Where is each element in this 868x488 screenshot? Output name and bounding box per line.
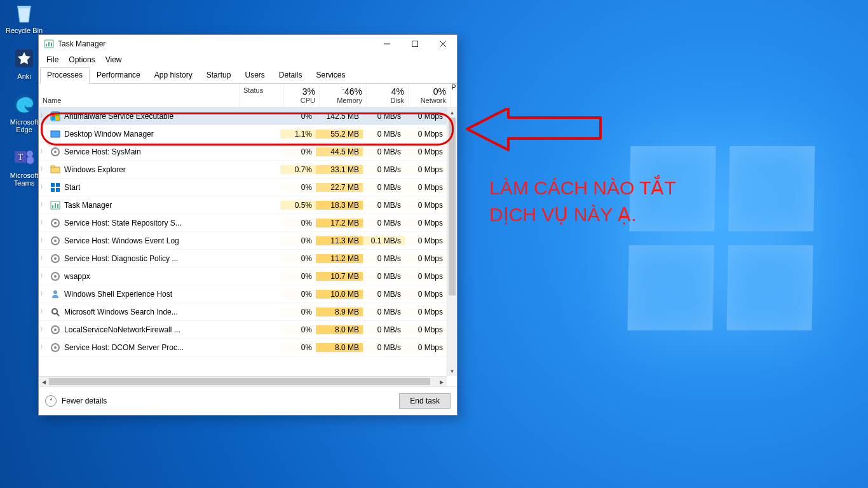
svg-point-21	[54, 151, 57, 153]
process-row[interactable]: 〉Service Host: Windows Event Log0%11.3 M…	[39, 232, 447, 250]
desktop-icon-label: Microsoft Edge	[10, 118, 39, 133]
menubar: File Options View	[39, 53, 457, 67]
column-header-memory[interactable]: ⌄46%Memory	[320, 84, 367, 107]
process-icon	[50, 289, 60, 299]
expand-chevron-icon[interactable]: 〉	[39, 112, 46, 120]
svg-rect-18	[55, 116, 59, 120]
svg-point-40	[53, 290, 57, 294]
process-name-cell: Service Host: DCOM Server Proc...	[46, 342, 236, 353]
tab-users[interactable]: Users	[238, 67, 271, 84]
vertical-scrollbar[interactable]: ▲ ▼	[447, 107, 457, 376]
process-network: 0 Mbps	[405, 112, 447, 121]
svg-text:T: T	[18, 152, 24, 162]
tab-details[interactable]: Details	[272, 67, 309, 84]
process-disk: 0 MB/s	[363, 343, 405, 352]
expand-chevron-icon[interactable]: 〉	[39, 272, 46, 280]
menu-options[interactable]: Options	[64, 54, 100, 65]
expand-chevron-icon[interactable]: 〉	[39, 219, 46, 227]
expand-chevron-icon[interactable]: 〉	[39, 147, 46, 156]
process-rows: 〉Antimalware Service Executable0%142.5 M…	[39, 107, 457, 376]
tab-app-history[interactable]: App history	[147, 67, 200, 84]
process-name-cell: Service Host: Diagnostic Policy ...	[46, 254, 236, 264]
expand-chevron-icon[interactable]: 〉	[39, 201, 46, 209]
process-disk: 0 MB/s	[363, 112, 405, 121]
process-icon	[50, 325, 60, 335]
tab-processes[interactable]: Processes	[40, 67, 90, 84]
task-manager-window: Task Manager File Options View Processes…	[38, 34, 458, 416]
process-row[interactable]: 〉Windows Explorer0.7%33.1 MB0 MB/s0 Mbps	[39, 161, 447, 179]
process-row[interactable]: 〉Service Host: State Repository S...0%17…	[39, 214, 447, 232]
process-name: wsappx	[64, 272, 90, 281]
minimize-button[interactable]	[373, 35, 401, 53]
process-cpu: 1.1%	[280, 130, 316, 139]
close-button[interactable]	[429, 35, 457, 53]
end-task-button[interactable]: End task	[399, 393, 451, 409]
process-cpu: 0.5%	[280, 201, 316, 210]
scroll-right-icon[interactable]: ▶	[437, 377, 447, 387]
expand-chevron-icon[interactable]: 〉	[39, 130, 46, 138]
column-header-network[interactable]: 0%Network	[409, 84, 451, 107]
hscrollbar-thumb[interactable]	[49, 378, 430, 385]
svg-rect-24	[51, 183, 55, 187]
process-icon	[50, 129, 60, 139]
process-name: Windows Explorer	[64, 165, 126, 174]
desktop-icon-recycle-bin[interactable]: Recycle Bin	[4, 0, 44, 34]
svg-rect-31	[57, 204, 58, 208]
process-name-cell: LocalServiceNoNetworkFirewall ...	[46, 325, 236, 335]
expand-chevron-icon[interactable]: 〉	[39, 325, 46, 334]
process-cpu: 0%	[280, 343, 316, 352]
expand-chevron-icon[interactable]: 〉	[39, 183, 46, 191]
maximize-button[interactable]	[401, 35, 429, 53]
column-header-name[interactable]: Name	[39, 84, 240, 107]
svg-rect-27	[56, 188, 60, 192]
process-memory: 17.2 MB	[316, 219, 363, 227]
expand-chevron-icon[interactable]: 〉	[39, 254, 46, 262]
fewer-details-button[interactable]: ˄ Fewer details	[45, 395, 107, 407]
expand-chevron-icon[interactable]: 〉	[39, 290, 46, 298]
svg-point-39	[54, 275, 57, 278]
process-row[interactable]: 〉Microsoft Windows Search Inde...0%8.9 M…	[39, 303, 447, 321]
scroll-up-icon[interactable]: ▲	[447, 107, 457, 118]
process-row[interactable]: 〉Service Host: SysMain0%44.5 MB0 MB/s0 M…	[39, 143, 447, 161]
tab-services[interactable]: Services	[309, 67, 353, 84]
process-row[interactable]: 〉wsappx0%10.7 MB0 MB/s0 Mbps	[39, 268, 447, 285]
process-row[interactable]: 〉Desktop Window Manager1.1%55.2 MB0 MB/s…	[39, 125, 447, 143]
expand-chevron-icon[interactable]: 〉	[39, 343, 46, 351]
process-row[interactable]: 〉Task Manager0.5%18.3 MB0 MB/s0 Mbps	[39, 196, 447, 214]
scrollbar-thumb[interactable]	[449, 118, 456, 295]
process-network: 0 Mbps	[405, 130, 447, 139]
expand-chevron-icon[interactable]: 〉	[39, 236, 46, 245]
column-header-cpu[interactable]: 3%CPU	[284, 84, 320, 107]
process-network: 0 Mbps	[405, 236, 447, 245]
column-header-disk[interactable]: 4%Disk	[367, 84, 409, 107]
expand-chevron-icon[interactable]: 〉	[39, 308, 46, 316]
tab-startup[interactable]: Startup	[200, 67, 238, 84]
scroll-left-icon[interactable]: ◀	[39, 377, 49, 387]
column-header-p[interactable]: P	[451, 84, 457, 107]
process-row[interactable]: 〉Service Host: DCOM Server Proc...0%8.0 …	[39, 339, 447, 356]
tabs: Processes Performance App history Startu…	[39, 67, 457, 84]
scroll-down-icon[interactable]: ▼	[447, 366, 457, 376]
horizontal-scrollbar[interactable]: ◀ ▶	[39, 376, 447, 386]
process-icon	[50, 342, 60, 353]
process-memory: 55.2 MB	[316, 130, 363, 139]
process-row[interactable]: 〉Antimalware Service Executable0%142.5 M…	[39, 107, 447, 125]
column-header-status[interactable]: Status	[240, 84, 284, 107]
process-network: 0 Mbps	[405, 272, 447, 281]
process-disk: 0 MB/s	[363, 183, 405, 192]
process-row[interactable]: 〉LocalServiceNoNetworkFirewall ...0%8.0 …	[39, 321, 447, 339]
svg-point-35	[54, 240, 57, 242]
svg-rect-17	[51, 116, 55, 120]
process-row[interactable]: 〉Start0%22.7 MB0 MB/s0 Mbps	[39, 179, 447, 196]
titlebar[interactable]: Task Manager	[39, 35, 457, 53]
process-disk: 0 MB/s	[363, 272, 405, 281]
process-row[interactable]: 〉Service Host: Diagnostic Policy ...0%11…	[39, 250, 447, 268]
expand-chevron-icon[interactable]: 〉	[39, 165, 46, 173]
process-row[interactable]: 〉Windows Shell Experience Host0%10.0 MB0…	[39, 285, 447, 303]
process-disk: 0 MB/s	[363, 290, 405, 299]
menu-view[interactable]: View	[100, 54, 127, 65]
tab-performance[interactable]: Performance	[90, 67, 147, 84]
menu-file[interactable]: File	[41, 54, 64, 65]
process-memory: 10.7 MB	[316, 272, 363, 281]
teams-icon: T	[11, 145, 37, 170]
